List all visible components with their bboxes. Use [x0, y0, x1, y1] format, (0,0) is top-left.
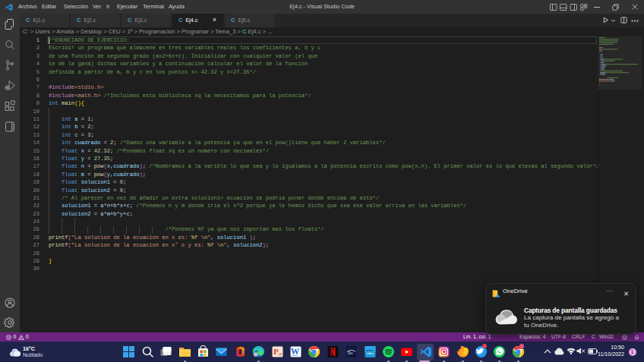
svg-text:W: W	[291, 347, 300, 356]
svg-text:video: video	[366, 351, 374, 355]
svg-text:P: P	[273, 347, 279, 356]
svg-text:D+: D+	[348, 351, 353, 355]
